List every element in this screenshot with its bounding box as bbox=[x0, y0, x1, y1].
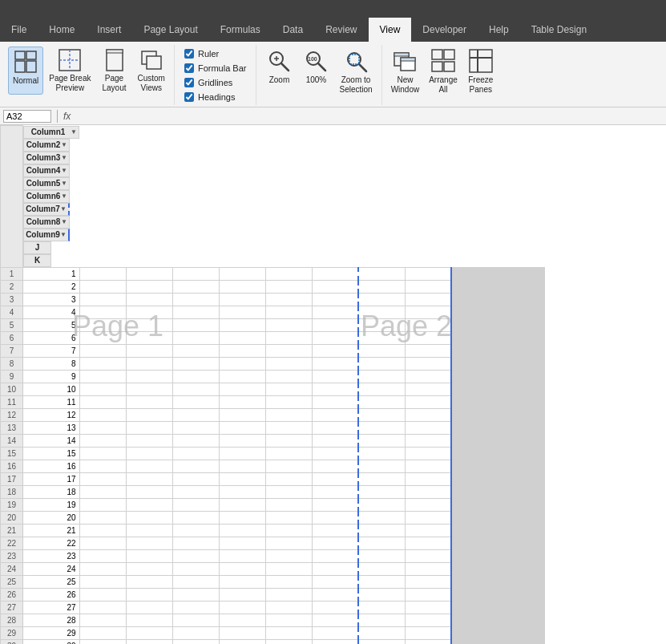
cell-B27[interactable] bbox=[79, 601, 126, 614]
cell-H4[interactable] bbox=[358, 306, 405, 318]
cell-G4[interactable] bbox=[312, 306, 358, 318]
cell-E9[interactable] bbox=[219, 370, 265, 383]
gridlines-check[interactable] bbox=[184, 78, 194, 87]
cell-D12[interactable] bbox=[172, 408, 219, 421]
cell-A1[interactable]: 1 bbox=[23, 267, 80, 280]
cell-J27[interactable] bbox=[451, 601, 498, 614]
cell-K14[interactable] bbox=[498, 434, 544, 447]
cell-E20[interactable] bbox=[219, 511, 265, 524]
cell-H8[interactable] bbox=[358, 357, 405, 370]
cell-E18[interactable] bbox=[219, 485, 265, 498]
col-dropdown-F[interactable]: ▼ bbox=[61, 192, 67, 200]
cell-J11[interactable] bbox=[451, 395, 498, 408]
table-row[interactable]: 2525 bbox=[1, 575, 545, 588]
col-dropdown-E[interactable]: ▼ bbox=[61, 180, 67, 187]
cell-I1[interactable] bbox=[405, 267, 451, 280]
table-row[interactable]: 1313 bbox=[1, 421, 545, 434]
cell-H17[interactable] bbox=[358, 472, 405, 485]
cell-E30[interactable] bbox=[219, 639, 265, 644]
custom-views-button[interactable]: CustomViews bbox=[134, 47, 169, 95]
tab-help[interactable]: Help bbox=[478, 18, 520, 42]
cell-B24[interactable] bbox=[79, 562, 126, 575]
tab-home[interactable]: Home bbox=[38, 18, 86, 42]
cell-B1[interactable] bbox=[79, 267, 126, 280]
table-row[interactable]: 55 bbox=[1, 318, 545, 331]
cell-B2[interactable] bbox=[79, 280, 126, 293]
cell-D18[interactable] bbox=[172, 485, 219, 498]
table-row[interactable]: 66 bbox=[1, 331, 545, 344]
zoom-to-selection-button[interactable]: Zoom toSelection bbox=[335, 47, 376, 95]
cell-J25[interactable] bbox=[451, 575, 498, 588]
cell-G20[interactable] bbox=[312, 511, 358, 524]
cell-J29[interactable] bbox=[451, 626, 498, 639]
cell-K5[interactable] bbox=[498, 318, 544, 331]
cell-C7[interactable] bbox=[126, 344, 172, 357]
cell-F18[interactable] bbox=[265, 485, 312, 498]
cell-E7[interactable] bbox=[219, 344, 265, 357]
cell-G25[interactable] bbox=[312, 575, 358, 588]
cell-J2[interactable] bbox=[451, 280, 498, 293]
zoom-100-button[interactable]: 100 100% bbox=[298, 47, 333, 95]
cell-I11[interactable] bbox=[405, 395, 451, 408]
cell-G10[interactable] bbox=[312, 383, 358, 395]
col-dropdown-I[interactable]: ▼ bbox=[60, 231, 67, 238]
cell-D8[interactable] bbox=[172, 357, 219, 370]
cell-F28[interactable] bbox=[265, 614, 312, 626]
tab-data[interactable]: Data bbox=[272, 18, 314, 42]
cell-G18[interactable] bbox=[312, 485, 358, 498]
cell-F21[interactable] bbox=[265, 524, 312, 537]
cell-G19[interactable] bbox=[312, 498, 358, 511]
cell-E24[interactable] bbox=[219, 562, 265, 575]
cell-E2[interactable] bbox=[219, 280, 265, 293]
cell-K28[interactable] bbox=[498, 614, 544, 626]
cell-A18[interactable]: 18 bbox=[23, 485, 80, 498]
cell-A14[interactable]: 14 bbox=[23, 434, 80, 447]
cell-B12[interactable] bbox=[79, 408, 126, 421]
cell-E6[interactable] bbox=[219, 331, 265, 344]
cell-C16[interactable] bbox=[126, 460, 172, 472]
cell-D27[interactable] bbox=[172, 601, 219, 614]
cell-J8[interactable] bbox=[451, 357, 498, 370]
tab-file[interactable]: File bbox=[0, 18, 38, 42]
cell-J20[interactable] bbox=[451, 511, 498, 524]
page-layout-button[interactable]: PageLayout bbox=[97, 47, 132, 95]
cell-H20[interactable] bbox=[358, 511, 405, 524]
table-row[interactable]: 2727 bbox=[1, 601, 545, 614]
cell-C8[interactable] bbox=[126, 357, 172, 370]
ruler-check[interactable] bbox=[184, 49, 194, 59]
cell-G14[interactable] bbox=[312, 434, 358, 447]
cell-F7[interactable] bbox=[265, 344, 312, 357]
cell-J28[interactable] bbox=[451, 614, 498, 626]
cell-A17[interactable]: 17 bbox=[23, 472, 80, 485]
table-row[interactable]: 1616 bbox=[1, 460, 545, 472]
cell-H24[interactable] bbox=[358, 562, 405, 575]
cell-D4[interactable] bbox=[172, 306, 219, 318]
cell-D5[interactable] bbox=[172, 318, 219, 331]
cell-K16[interactable] bbox=[498, 460, 544, 472]
cell-G12[interactable] bbox=[312, 408, 358, 421]
cell-C18[interactable] bbox=[126, 485, 172, 498]
cell-E8[interactable] bbox=[219, 357, 265, 370]
cell-A7[interactable]: 7 bbox=[23, 344, 80, 357]
cell-A5[interactable]: 5 bbox=[23, 318, 80, 331]
cell-H9[interactable] bbox=[358, 370, 405, 383]
cell-D13[interactable] bbox=[172, 421, 219, 434]
cell-F23[interactable] bbox=[265, 549, 312, 562]
cell-B11[interactable] bbox=[79, 395, 126, 408]
cell-C19[interactable] bbox=[126, 498, 172, 511]
cell-J17[interactable] bbox=[451, 472, 498, 485]
cell-F10[interactable] bbox=[265, 383, 312, 395]
cell-C14[interactable] bbox=[126, 434, 172, 447]
cell-A21[interactable]: 21 bbox=[23, 524, 80, 537]
cell-I20[interactable] bbox=[405, 511, 451, 524]
cell-J9[interactable] bbox=[451, 370, 498, 383]
headings-checkbox[interactable]: Headings bbox=[184, 92, 247, 102]
table-row[interactable]: 1515 bbox=[1, 447, 545, 460]
cell-J3[interactable] bbox=[451, 293, 498, 306]
grid-scroll[interactable]: Column1▼Column2▼Column3▼Column4▼Column5▼… bbox=[0, 125, 666, 644]
cell-A8[interactable]: 8 bbox=[23, 357, 80, 370]
cell-F6[interactable] bbox=[265, 331, 312, 344]
cell-F3[interactable] bbox=[265, 293, 312, 306]
cell-C12[interactable] bbox=[126, 408, 172, 421]
zoom-button[interactable]: Zoom bbox=[261, 47, 297, 95]
